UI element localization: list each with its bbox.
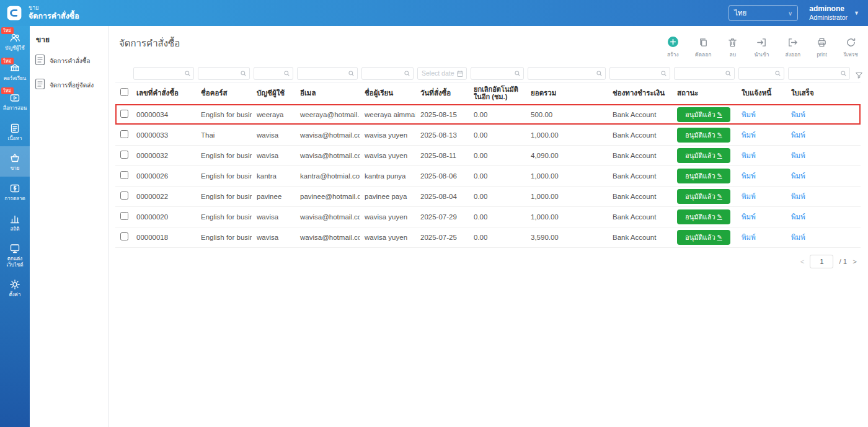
receipt-print-link[interactable]: พิมพ์ [791, 152, 805, 159]
receipt-print-link[interactable]: พิมพ์ [791, 172, 805, 180]
basket-icon [9, 152, 20, 164]
chart-icon [9, 213, 20, 224]
col-header-email: อีเมล [295, 82, 360, 104]
cell-account: wavisa [252, 125, 295, 145]
invoice-print-link[interactable]: พิมพ์ [742, 213, 756, 221]
cell-total: 500.00 [526, 104, 608, 125]
cell-order-date: 2025-08-11 [415, 145, 469, 165]
invoice-print-link[interactable]: พิมพ์ [742, 193, 756, 200]
status-approved-button[interactable]: อนุมัติแล้ว✎ [677, 230, 730, 245]
submenu-item-shipping[interactable]: จัดการที่อยู่จัดส่ง [35, 78, 104, 92]
invoice-print-link[interactable]: พิมพ์ [742, 172, 756, 180]
print-button[interactable]: print [817, 37, 827, 58]
select-all-checkbox[interactable] [120, 88, 128, 96]
import-button[interactable]: นำเข้า [754, 37, 769, 58]
copy-button[interactable]: คัดลอก [695, 37, 712, 58]
invoice-print-link[interactable]: พิมพ์ [742, 152, 756, 159]
topbar: ขาย จัดการคำสั่งซื้อ ไทย ∨ adminone Admi… [0, 0, 868, 26]
breadcrumb-section: ขาย [29, 5, 79, 12]
status-label: อนุมัติแล้ว [685, 211, 715, 222]
column-search[interactable] [297, 67, 358, 80]
receipt-print-link[interactable]: พิมพ์ [791, 213, 805, 221]
delete-button[interactable]: ลบ [727, 37, 738, 58]
edit-pencil-icon: ✎ [717, 152, 722, 159]
create-button[interactable]: สร้าง [667, 36, 679, 58]
column-search[interactable] [361, 67, 414, 80]
table-row[interactable]: 00000032English for busines...wavisawavi… [115, 145, 861, 165]
sidebar-item-decorate[interactable]: ตกแต่งเว็บไซต์ [0, 237, 30, 273]
filter-funnel-icon[interactable] [855, 71, 863, 82]
sidebar-item-settings[interactable]: ตั้งค่า [0, 273, 30, 303]
row-checkbox[interactable] [120, 232, 128, 240]
row-checkbox[interactable] [120, 110, 128, 118]
cell-order-no: 00000033 [131, 125, 196, 145]
edit-pencil-icon: ✎ [717, 234, 722, 240]
copy-icon [698, 37, 709, 50]
cell-total: 3,590.00 [526, 227, 608, 247]
row-checkbox[interactable] [120, 171, 128, 179]
table-row[interactable]: 00000034English for busines...weerayawee… [115, 104, 861, 125]
column-search[interactable] [254, 67, 293, 80]
cell-account: kantra [252, 165, 295, 186]
status-approved-button[interactable]: อนุมัติแล้ว✎ [677, 107, 730, 122]
new-badge: ใหม่ [1, 87, 14, 94]
receipt-print-link[interactable]: พิมพ์ [791, 111, 805, 118]
col-header-student: ชื่อผู้เรียน [360, 82, 415, 104]
cell-order-date: 2025-08-04 [415, 186, 469, 206]
prev-page-button[interactable]: < [800, 258, 805, 265]
status-approved-button[interactable]: อนุมัติแล้ว✎ [677, 209, 730, 224]
import-icon [756, 37, 767, 50]
sidebar-item-content[interactable]: เนื้อหา [0, 117, 30, 147]
cell-total: 4,090.00 [526, 145, 608, 165]
cell-auto-cancel-hrs: 0.00 [469, 145, 526, 165]
column-search-input[interactable] [528, 69, 605, 77]
current-page-box[interactable]: 1 [810, 255, 833, 268]
table-row[interactable]: 00000018English for busines...wavisawavi… [115, 227, 861, 247]
sidebar-item-media[interactable]: ใหม่ สื่อการสอน [0, 86, 30, 117]
invoice-print-link[interactable]: พิมพ์ [742, 234, 756, 241]
date-filter[interactable] [417, 67, 467, 80]
table-row[interactable]: 00000033Thaiwavisawavisa@hotmail.co...wa… [115, 125, 861, 145]
status-approved-button[interactable]: อนุมัติแล้ว✎ [677, 189, 730, 204]
status-approved-button[interactable]: อนุมัติแล้ว✎ [677, 128, 730, 143]
receipt-print-link[interactable]: พิมพ์ [791, 234, 805, 241]
column-search[interactable] [133, 67, 194, 80]
next-page-button[interactable]: > [852, 258, 857, 265]
status-label: อนุมัติแล้ว [685, 109, 715, 120]
invoice-print-link[interactable]: พิมพ์ [742, 131, 756, 139]
row-checkbox[interactable] [120, 151, 128, 159]
column-search[interactable] [198, 67, 250, 80]
invoice-print-link[interactable]: พิมพ์ [742, 111, 756, 118]
monitor-layout-icon [9, 243, 20, 254]
column-search[interactable] [738, 67, 784, 80]
language-select[interactable]: ไทย ∨ [728, 5, 798, 21]
table-row[interactable]: 00000020English for busines...wavisawavi… [115, 206, 861, 227]
column-search[interactable] [674, 67, 735, 80]
sidebar-item-stats[interactable]: สถิติ [0, 207, 30, 237]
column-search[interactable] [788, 67, 850, 80]
cell-email: weeraya@hotmail... [295, 104, 360, 125]
table-row[interactable]: 00000022English for busines...pavineepav… [115, 186, 861, 206]
column-search[interactable] [609, 67, 670, 80]
receipt-print-link[interactable]: พิมพ์ [791, 131, 805, 139]
export-button[interactable]: ส่งออก [785, 37, 800, 58]
receipt-print-link[interactable]: พิมพ์ [791, 193, 805, 200]
cell-total: 1,000.00 [526, 206, 608, 227]
table-row[interactable]: 00000026English for busines...kantrakant… [115, 165, 861, 186]
sidebar-item-courses[interactable]: ใหม่ คอร์สเรียน [0, 56, 30, 87]
status-approved-button[interactable]: อนุมัติแล้ว✎ [677, 148, 730, 163]
sidebar-item-accounts[interactable]: ใหม่ บัญชีผู้ใช้ [0, 26, 30, 56]
submenu-item-orders[interactable]: จัดการคำสั่งซื้อ [35, 54, 104, 68]
sidebar-item-sales[interactable]: ขาย [0, 146, 30, 177]
sidebar-item-marketing[interactable]: การตลาด [0, 177, 30, 207]
row-checkbox[interactable] [120, 212, 128, 220]
row-checkbox[interactable] [120, 130, 128, 138]
user-menu[interactable]: adminone Administrator ▼ [809, 4, 859, 22]
edit-pencil-icon: ✎ [717, 172, 722, 179]
status-approved-button[interactable]: อนุมัติแล้ว✎ [677, 169, 730, 183]
refresh-button[interactable]: รีเฟรช [843, 37, 858, 58]
calendar-icon [456, 70, 464, 77]
column-search[interactable] [528, 67, 606, 80]
column-search[interactable] [471, 67, 524, 80]
row-checkbox[interactable] [120, 191, 128, 200]
